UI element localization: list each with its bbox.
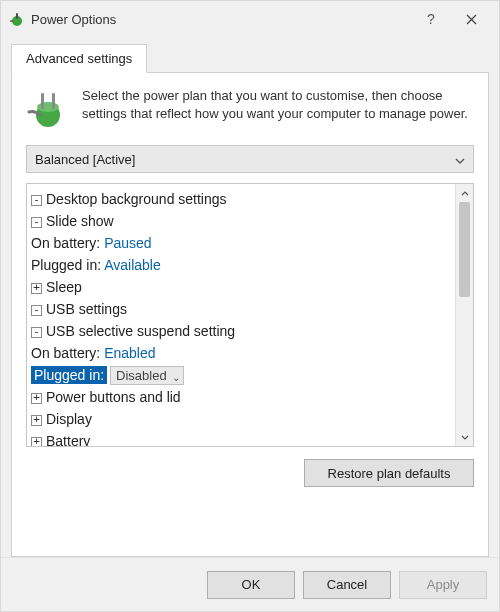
close-button[interactable] xyxy=(451,1,491,37)
tree-item-display[interactable]: +Display xyxy=(29,408,451,430)
collapse-icon[interactable]: - xyxy=(31,195,42,206)
settings-tree-container: -Desktop background settings -Slide show… xyxy=(26,183,474,447)
power-plan-dropdown[interactable]: Balanced [Active] xyxy=(26,145,474,173)
intro: Select the power plan that you want to c… xyxy=(26,87,474,131)
apply-button[interactable]: Apply xyxy=(399,571,487,599)
scroll-down-icon[interactable] xyxy=(456,428,473,446)
close-icon xyxy=(466,14,477,25)
svg-rect-7 xyxy=(41,93,44,109)
svg-point-6 xyxy=(37,102,59,112)
expand-icon[interactable]: + xyxy=(31,437,42,446)
help-button[interactable]: ? xyxy=(411,1,451,37)
tabstrip: Advanced settings xyxy=(11,43,489,72)
chevron-down-icon xyxy=(455,152,465,167)
selected-label: Plugged in: xyxy=(31,366,107,384)
scroll-thumb[interactable] xyxy=(459,202,470,297)
dialog-footer: OK Cancel Apply xyxy=(1,557,499,611)
value-slideshow-plugged[interactable]: Available xyxy=(104,257,161,273)
ok-button[interactable]: OK xyxy=(207,571,295,599)
power-options-dialog: Power Options ? Advanced settings xyxy=(0,0,500,612)
intro-text: Select the power plan that you want to c… xyxy=(82,87,474,131)
value-usb-suspend-battery[interactable]: Enabled xyxy=(104,345,155,361)
scroll-up-icon[interactable] xyxy=(456,184,473,202)
expand-icon[interactable]: + xyxy=(31,415,42,426)
tab-advanced-settings[interactable]: Advanced settings xyxy=(11,44,147,73)
chevron-down-icon: ⌄ xyxy=(172,369,180,386)
titlebar: Power Options ? xyxy=(1,1,499,37)
collapse-icon[interactable]: - xyxy=(31,305,42,316)
power-plan-selected: Balanced [Active] xyxy=(35,152,135,167)
tree-item-slideshow[interactable]: -Slide show xyxy=(29,210,451,232)
svg-rect-2 xyxy=(10,20,14,22)
svg-rect-1 xyxy=(16,13,18,19)
tree-item-desktop-background[interactable]: -Desktop background settings xyxy=(29,188,451,210)
tree-item-usb-suspend[interactable]: -USB selective suspend setting xyxy=(29,320,451,342)
collapse-icon[interactable]: - xyxy=(31,217,42,228)
power-plan-icon xyxy=(26,87,70,131)
window-title: Power Options xyxy=(31,12,116,27)
tree-item-slideshow-plugged[interactable]: Plugged in: Available xyxy=(29,254,451,276)
restore-defaults-button[interactable]: Restore plan defaults xyxy=(304,459,474,487)
scroll-track[interactable] xyxy=(456,202,473,428)
tree-item-usb[interactable]: -USB settings xyxy=(29,298,451,320)
tree-item-sleep[interactable]: +Sleep xyxy=(29,276,451,298)
expand-icon[interactable]: + xyxy=(31,283,42,294)
tree-scrollbar[interactable] xyxy=(455,184,473,446)
tree-item-power-buttons[interactable]: +Power buttons and lid xyxy=(29,386,451,408)
settings-tree[interactable]: -Desktop background settings -Slide show… xyxy=(27,184,455,446)
tree-item-usb-suspend-battery[interactable]: On battery: Enabled xyxy=(29,342,451,364)
collapse-icon[interactable]: - xyxy=(31,327,42,338)
tree-item-slideshow-battery[interactable]: On battery: Paused xyxy=(29,232,451,254)
power-options-icon xyxy=(9,11,25,27)
tree-item-battery[interactable]: +Battery xyxy=(29,430,451,446)
cancel-button[interactable]: Cancel xyxy=(303,571,391,599)
tab-panel: Select the power plan that you want to c… xyxy=(11,72,489,557)
value-slideshow-battery[interactable]: Paused xyxy=(104,235,151,251)
expand-icon[interactable]: + xyxy=(31,393,42,404)
tree-item-usb-suspend-plugged[interactable]: Plugged in:Disabled⌄ xyxy=(29,364,451,386)
svg-rect-8 xyxy=(52,93,55,109)
value-usb-suspend-plugged-dropdown[interactable]: Disabled⌄ xyxy=(110,366,184,385)
